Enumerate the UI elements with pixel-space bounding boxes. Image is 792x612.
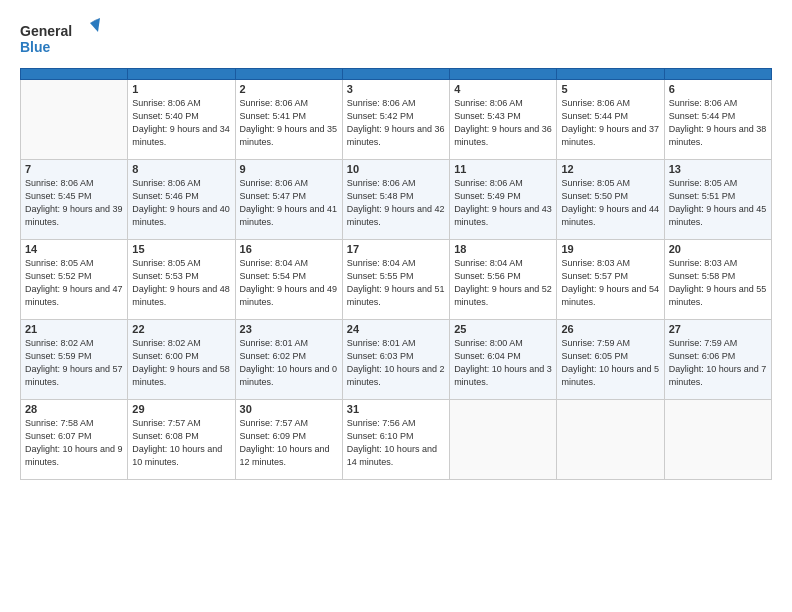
week-row-4: 21Sunrise: 8:02 AM Sunset: 5:59 PM Dayli… — [21, 320, 772, 400]
day-number: 27 — [669, 323, 767, 335]
day-info: Sunrise: 8:02 AM Sunset: 6:00 PM Dayligh… — [132, 337, 230, 389]
svg-text:Blue: Blue — [20, 39, 51, 55]
day-info: Sunrise: 8:01 AM Sunset: 6:02 PM Dayligh… — [240, 337, 338, 389]
table-row: 10Sunrise: 8:06 AM Sunset: 5:48 PM Dayli… — [342, 160, 449, 240]
week-row-2: 7Sunrise: 8:06 AM Sunset: 5:45 PM Daylig… — [21, 160, 772, 240]
week-row-3: 14Sunrise: 8:05 AM Sunset: 5:52 PM Dayli… — [21, 240, 772, 320]
day-number: 23 — [240, 323, 338, 335]
day-number: 26 — [561, 323, 659, 335]
table-row: 29Sunrise: 7:57 AM Sunset: 6:08 PM Dayli… — [128, 400, 235, 480]
table-row: 2Sunrise: 8:06 AM Sunset: 5:41 PM Daylig… — [235, 80, 342, 160]
day-info: Sunrise: 8:06 AM Sunset: 5:43 PM Dayligh… — [454, 97, 552, 149]
table-row: 19Sunrise: 8:03 AM Sunset: 5:57 PM Dayli… — [557, 240, 664, 320]
day-info: Sunrise: 8:05 AM Sunset: 5:50 PM Dayligh… — [561, 177, 659, 229]
day-info: Sunrise: 8:05 AM Sunset: 5:52 PM Dayligh… — [25, 257, 123, 309]
day-number: 15 — [132, 243, 230, 255]
table-row: 7Sunrise: 8:06 AM Sunset: 5:45 PM Daylig… — [21, 160, 128, 240]
table-row: 26Sunrise: 7:59 AM Sunset: 6:05 PM Dayli… — [557, 320, 664, 400]
day-number: 17 — [347, 243, 445, 255]
table-row: 18Sunrise: 8:04 AM Sunset: 5:56 PM Dayli… — [450, 240, 557, 320]
day-number: 10 — [347, 163, 445, 175]
weekday-header-row — [21, 69, 772, 80]
header-tuesday — [235, 69, 342, 80]
day-number: 3 — [347, 83, 445, 95]
table-row: 27Sunrise: 7:59 AM Sunset: 6:06 PM Dayli… — [664, 320, 771, 400]
table-row: 1Sunrise: 8:06 AM Sunset: 5:40 PM Daylig… — [128, 80, 235, 160]
day-number: 11 — [454, 163, 552, 175]
table-row: 3Sunrise: 8:06 AM Sunset: 5:42 PM Daylig… — [342, 80, 449, 160]
day-number: 13 — [669, 163, 767, 175]
day-number: 16 — [240, 243, 338, 255]
day-number: 19 — [561, 243, 659, 255]
day-info: Sunrise: 8:06 AM Sunset: 5:42 PM Dayligh… — [347, 97, 445, 149]
table-row: 23Sunrise: 8:01 AM Sunset: 6:02 PM Dayli… — [235, 320, 342, 400]
day-number: 8 — [132, 163, 230, 175]
table-row: 4Sunrise: 8:06 AM Sunset: 5:43 PM Daylig… — [450, 80, 557, 160]
table-row: 15Sunrise: 8:05 AM Sunset: 5:53 PM Dayli… — [128, 240, 235, 320]
day-number: 21 — [25, 323, 123, 335]
day-info: Sunrise: 8:06 AM Sunset: 5:47 PM Dayligh… — [240, 177, 338, 229]
table-row — [450, 400, 557, 480]
table-row — [557, 400, 664, 480]
table-row: 11Sunrise: 8:06 AM Sunset: 5:49 PM Dayli… — [450, 160, 557, 240]
table-row: 25Sunrise: 8:00 AM Sunset: 6:04 PM Dayli… — [450, 320, 557, 400]
day-info: Sunrise: 8:05 AM Sunset: 5:53 PM Dayligh… — [132, 257, 230, 309]
table-row: 14Sunrise: 8:05 AM Sunset: 5:52 PM Dayli… — [21, 240, 128, 320]
day-number: 5 — [561, 83, 659, 95]
header-thursday — [450, 69, 557, 80]
day-info: Sunrise: 7:59 AM Sunset: 6:06 PM Dayligh… — [669, 337, 767, 389]
day-info: Sunrise: 8:05 AM Sunset: 5:51 PM Dayligh… — [669, 177, 767, 229]
day-number: 18 — [454, 243, 552, 255]
day-info: Sunrise: 8:06 AM Sunset: 5:44 PM Dayligh… — [561, 97, 659, 149]
day-info: Sunrise: 8:02 AM Sunset: 5:59 PM Dayligh… — [25, 337, 123, 389]
week-row-1: 1Sunrise: 8:06 AM Sunset: 5:40 PM Daylig… — [21, 80, 772, 160]
day-number: 6 — [669, 83, 767, 95]
day-info: Sunrise: 7:59 AM Sunset: 6:05 PM Dayligh… — [561, 337, 659, 389]
header-saturday — [664, 69, 771, 80]
table-row: 16Sunrise: 8:04 AM Sunset: 5:54 PM Dayli… — [235, 240, 342, 320]
day-info: Sunrise: 7:58 AM Sunset: 6:07 PM Dayligh… — [25, 417, 123, 469]
table-row: 31Sunrise: 7:56 AM Sunset: 6:10 PM Dayli… — [342, 400, 449, 480]
day-number: 12 — [561, 163, 659, 175]
day-number: 1 — [132, 83, 230, 95]
day-number: 29 — [132, 403, 230, 415]
table-row: 20Sunrise: 8:03 AM Sunset: 5:58 PM Dayli… — [664, 240, 771, 320]
day-number: 14 — [25, 243, 123, 255]
day-number: 2 — [240, 83, 338, 95]
table-row: 13Sunrise: 8:05 AM Sunset: 5:51 PM Dayli… — [664, 160, 771, 240]
svg-text:General: General — [20, 23, 72, 39]
page: General Blue 1Sunrise: 8:06 AM Sunset: 5… — [0, 0, 792, 612]
day-info: Sunrise: 8:06 AM Sunset: 5:46 PM Dayligh… — [132, 177, 230, 229]
logo: General Blue — [20, 18, 100, 58]
table-row: 12Sunrise: 8:05 AM Sunset: 5:50 PM Dayli… — [557, 160, 664, 240]
day-info: Sunrise: 8:01 AM Sunset: 6:03 PM Dayligh… — [347, 337, 445, 389]
day-info: Sunrise: 8:03 AM Sunset: 5:58 PM Dayligh… — [669, 257, 767, 309]
day-number: 30 — [240, 403, 338, 415]
day-info: Sunrise: 8:06 AM Sunset: 5:44 PM Dayligh… — [669, 97, 767, 149]
table-row: 28Sunrise: 7:58 AM Sunset: 6:07 PM Dayli… — [21, 400, 128, 480]
table-row: 21Sunrise: 8:02 AM Sunset: 5:59 PM Dayli… — [21, 320, 128, 400]
day-info: Sunrise: 8:06 AM Sunset: 5:48 PM Dayligh… — [347, 177, 445, 229]
day-number: 7 — [25, 163, 123, 175]
week-row-5: 28Sunrise: 7:58 AM Sunset: 6:07 PM Dayli… — [21, 400, 772, 480]
day-info: Sunrise: 8:04 AM Sunset: 5:55 PM Dayligh… — [347, 257, 445, 309]
day-info: Sunrise: 8:03 AM Sunset: 5:57 PM Dayligh… — [561, 257, 659, 309]
header-sunday — [21, 69, 128, 80]
day-info: Sunrise: 8:06 AM Sunset: 5:49 PM Dayligh… — [454, 177, 552, 229]
day-info: Sunrise: 7:56 AM Sunset: 6:10 PM Dayligh… — [347, 417, 445, 469]
day-info: Sunrise: 8:00 AM Sunset: 6:04 PM Dayligh… — [454, 337, 552, 389]
day-number: 20 — [669, 243, 767, 255]
day-info: Sunrise: 8:06 AM Sunset: 5:41 PM Dayligh… — [240, 97, 338, 149]
day-info: Sunrise: 8:04 AM Sunset: 5:56 PM Dayligh… — [454, 257, 552, 309]
header: General Blue — [20, 18, 772, 58]
day-number: 4 — [454, 83, 552, 95]
day-number: 24 — [347, 323, 445, 335]
day-number: 25 — [454, 323, 552, 335]
day-info: Sunrise: 8:04 AM Sunset: 5:54 PM Dayligh… — [240, 257, 338, 309]
header-monday — [128, 69, 235, 80]
table-row: 17Sunrise: 8:04 AM Sunset: 5:55 PM Dayli… — [342, 240, 449, 320]
table-row: 6Sunrise: 8:06 AM Sunset: 5:44 PM Daylig… — [664, 80, 771, 160]
day-info: Sunrise: 7:57 AM Sunset: 6:08 PM Dayligh… — [132, 417, 230, 469]
day-number: 22 — [132, 323, 230, 335]
logo-svg: General Blue — [20, 18, 100, 58]
